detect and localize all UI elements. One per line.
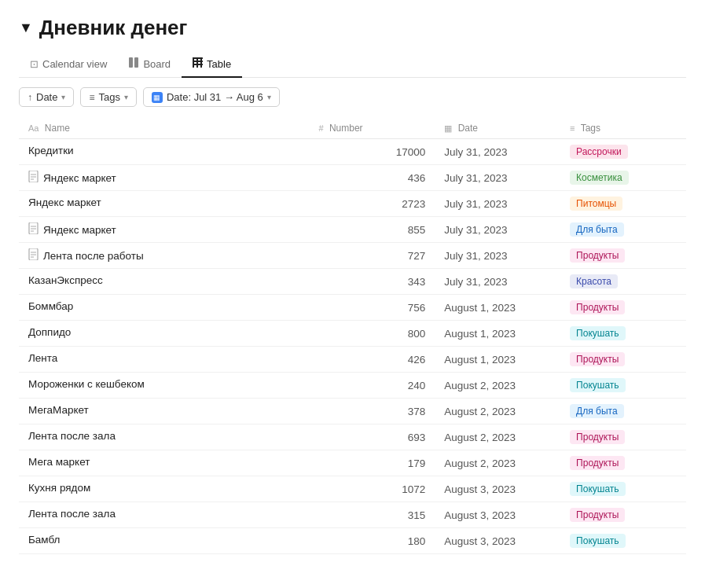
col-number-label: Number — [329, 123, 363, 134]
table-header-row: Aa Name # Number ▦ Date ≡ Tags — [19, 118, 686, 139]
cell-date: July 31, 2023 — [435, 217, 560, 243]
tag-badge[interactable]: Красота — [570, 274, 618, 288]
svg-rect-6 — [196, 57, 198, 68]
tag-badge[interactable]: Для быта — [570, 404, 624, 418]
cell-number: 727 — [309, 243, 435, 269]
cell-number: 315 — [309, 502, 435, 528]
tag-badge[interactable]: Рассрочки — [570, 145, 628, 159]
tag-badge[interactable]: Покушать — [570, 534, 625, 548]
tag-badge[interactable]: Косметика — [570, 171, 629, 185]
row-name-text: Яндекс маркет — [43, 172, 116, 184]
table-row[interactable]: КазанЭкспресс343July 31, 2023Красота — [19, 269, 686, 295]
cell-name: Лента после работы — [19, 243, 309, 268]
date-range-button[interactable]: ▦ Date: Jul 31 → Aug 6 ▾ — [143, 87, 280, 107]
table-row[interactable]: Мега маркет179August 2, 2023Продукты — [19, 450, 686, 476]
cell-date: August 3, 2023 — [435, 476, 560, 502]
doc-icon — [28, 248, 39, 263]
col-header-tags[interactable]: ≡ Tags — [560, 118, 686, 139]
col-header-name[interactable]: Aa Name — [19, 118, 309, 139]
cell-date: August 2, 2023 — [435, 399, 560, 424]
tab-board[interactable]: Board — [118, 51, 182, 78]
cell-date: August 3, 2023 — [435, 502, 560, 528]
cell-date: July 31, 2023 — [435, 165, 560, 191]
cell-name: Боммбар — [19, 295, 309, 318]
cell-name: Лента — [19, 347, 309, 369]
cell-name: Кухня рядом — [19, 476, 309, 499]
table-row[interactable]: Яндекс маркет436July 31, 2023Косметика — [19, 165, 686, 191]
date-filter-button[interactable]: ↑ Date ▾ — [19, 87, 74, 107]
cell-name: Лента после зала — [19, 502, 309, 525]
tag-badge[interactable]: Питомцы — [570, 197, 622, 211]
cell-number: 180 — [309, 528, 435, 554]
row-name-text: Кредитки — [28, 145, 74, 156]
cell-date: August 2, 2023 — [435, 373, 560, 399]
table-row[interactable]: МегаМаркет378August 2, 2023Для быта — [19, 399, 686, 424]
cell-date: July 31, 2023 — [435, 269, 560, 295]
chevron-down-icon2: ▾ — [124, 93, 128, 101]
cell-tags: Покушать — [560, 476, 686, 502]
page-title: ▼ Дневник денег — [19, 16, 686, 40]
row-name-text: Доппидо — [28, 326, 71, 338]
cell-number: 17000 — [309, 139, 435, 165]
tags-btn-label: Tags — [98, 91, 119, 103]
cell-date: August 3, 2023 — [435, 528, 560, 554]
col-name-label: Name — [45, 123, 70, 134]
title-text: Дневник денег — [39, 16, 188, 40]
tab-calendar-label: Calendar view — [42, 58, 107, 70]
tag-badge[interactable]: Продукты — [570, 300, 625, 314]
table-row[interactable]: Лента426August 1, 2023Продукты — [19, 347, 686, 373]
table-row[interactable]: Боммбар756August 1, 2023Продукты — [19, 295, 686, 321]
row-name-text: Мороженки с кешбеком — [28, 378, 145, 390]
col-header-date[interactable]: ▦ Date — [435, 118, 560, 139]
tag-badge[interactable]: Покушать — [570, 482, 625, 496]
table-row[interactable]: Кухня рядом1072August 3, 2023Покушать — [19, 476, 686, 502]
cell-number: 426 — [309, 347, 435, 373]
number-col-icon: # — [318, 123, 323, 133]
cell-date: August 2, 2023 — [435, 450, 560, 476]
table-row[interactable]: Кредитки17000July 31, 2023Рассрочки — [19, 139, 686, 165]
svg-rect-1 — [134, 57, 138, 68]
tag-badge[interactable]: Продукты — [570, 508, 625, 522]
table-row[interactable]: Лента после зала315August 3, 2023Продукт… — [19, 502, 686, 528]
date-range-icon: ▦ — [152, 92, 163, 103]
chevron-down-icon: ▾ — [61, 93, 65, 101]
table-row[interactable]: Яндекс маркет2723July 31, 2023Питомцы — [19, 191, 686, 217]
col-header-number[interactable]: # Number — [309, 118, 435, 139]
cell-date: July 31, 2023 — [435, 139, 560, 165]
title-arrow[interactable]: ▼ — [19, 20, 33, 36]
tab-board-label: Board — [143, 58, 171, 70]
cell-name: Доппидо — [19, 321, 309, 344]
view-tabs: ⊡ Calendar view Board Table — [19, 51, 686, 78]
cell-number: 179 — [309, 450, 435, 476]
chevron-down-icon3: ▾ — [267, 93, 271, 101]
name-col-icon: Aa — [28, 123, 39, 133]
cell-number: 2723 — [309, 191, 435, 217]
table-row[interactable]: Мороженки с кешбеком240August 2, 2023Пок… — [19, 373, 686, 399]
tag-badge[interactable]: Продукты — [570, 248, 625, 263]
table-row[interactable]: Доппидо800August 1, 2023Покушать — [19, 321, 686, 347]
cell-tags: Питомцы — [560, 191, 686, 217]
cell-number: 343 — [309, 269, 435, 295]
tag-badge[interactable]: Покушать — [570, 378, 625, 392]
tag-badge[interactable]: Продукты — [570, 430, 625, 444]
tab-calendar[interactable]: ⊡ Calendar view — [19, 52, 118, 78]
tags-filter-button[interactable]: ≡ Tags ▾ — [80, 87, 136, 107]
tag-badge[interactable]: Покушать — [570, 326, 625, 340]
date-btn-label: Date — [36, 91, 57, 103]
tag-badge[interactable]: Продукты — [570, 456, 625, 470]
cell-name: Мороженки с кешбеком — [19, 373, 309, 395]
tab-table[interactable]: Table — [182, 51, 242, 78]
date-col-icon: ▦ — [444, 123, 452, 133]
tag-badge[interactable]: Продукты — [570, 352, 625, 366]
row-name-text: МегаМаркет — [28, 404, 89, 416]
cell-name: Мега маркет — [19, 450, 309, 473]
table-row[interactable]: Лента после зала693August 2, 2023Продукт… — [19, 424, 686, 450]
table-row[interactable]: Лента после работы727July 31, 2023Продук… — [19, 243, 686, 269]
row-name-text: Боммбар — [28, 300, 73, 312]
row-name-text: Лента после зала — [28, 430, 116, 442]
tag-badge[interactable]: Для быта — [570, 222, 624, 237]
table-row[interactable]: Яндекс маркет855July 31, 2023Для быта — [19, 217, 686, 243]
table-row[interactable]: Бамбл180August 3, 2023Покушать — [19, 528, 686, 554]
cell-number: 855 — [309, 217, 435, 243]
cell-number: 756 — [309, 295, 435, 321]
